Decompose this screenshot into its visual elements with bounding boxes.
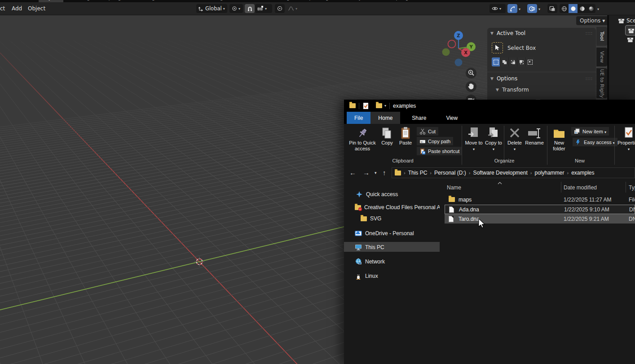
add-workspace-button[interactable]: + (413, 0, 425, 2)
xray-toggle[interactable] (547, 4, 557, 13)
forward-button[interactable]: → (363, 169, 370, 176)
show-gizmo-toggle[interactable] (507, 4, 517, 13)
recent-locations-chevron[interactable]: ▾ (375, 171, 377, 175)
workspace-tab-layout[interactable]: Layout (39, 0, 63, 2)
file-row-ada[interactable]: Ada.dna 1/22/2025 9:10 AM DNA File (445, 205, 635, 214)
copy-button[interactable]: Copy (379, 127, 395, 146)
active-tool-header[interactable]: ▼ Active Tool :::: (487, 28, 596, 38)
sidebar-item-onedrive[interactable]: OneDrive - Personal (355, 230, 440, 237)
tab-home[interactable]: Home (370, 112, 400, 124)
panel-grip-icon[interactable]: :::: (586, 76, 593, 81)
paste-button[interactable]: Paste (397, 127, 414, 146)
paste-shortcut-button[interactable]: Paste shortcut (417, 147, 462, 155)
paste-shortcut-icon (419, 148, 426, 154)
cut-button[interactable]: Cut (417, 127, 438, 136)
menu-object[interactable]: Object (28, 5, 45, 12)
qat-dropdown-chevron[interactable]: ▾ (384, 104, 386, 108)
select-mode-set[interactable] (492, 57, 500, 66)
select-mode-invert[interactable] (517, 57, 526, 66)
shading-rendered-button[interactable] (586, 4, 595, 13)
workspace-tab-shading[interactable]: Shading (199, 0, 227, 2)
sidebar-item-linux[interactable]: Linux (355, 272, 440, 280)
delete-button[interactable]: Delete▾ (506, 127, 524, 152)
object-visibility-dropdown[interactable]: ▾ (489, 4, 506, 13)
breadcrumb-personal-d[interactable]: Personal (D:) (434, 170, 466, 176)
file-row-taro[interactable]: Taro.dna 1/22/2025 9:21 AM DNA File (445, 214, 635, 224)
snap-toggle[interactable] (245, 4, 255, 13)
shading-wireframe-button[interactable] (560, 4, 569, 13)
workspace-tab-scripting[interactable]: Scripting (383, 0, 413, 2)
workspace-tab-uv-editing[interactable]: UV Editing (125, 0, 159, 2)
back-button[interactable]: ← (349, 169, 356, 176)
workspace-tab-sculpting[interactable]: Sculpting (94, 0, 125, 2)
workspace-tab-geometry-nodes[interactable]: Geometry Nodes (333, 0, 383, 2)
region-tab-tool[interactable]: Tool (596, 27, 607, 46)
sidebar-item-network[interactable]: Network (355, 258, 440, 265)
pivot-point-dropdown[interactable]: ▾ (229, 4, 243, 13)
pan-button[interactable] (466, 81, 476, 92)
workspace-tab-animation[interactable]: Animation (227, 0, 260, 2)
workspace-tab-texture-paint[interactable]: Texture Paint (159, 0, 199, 2)
easy-access-button[interactable]: Easy access ▾ (573, 138, 617, 146)
new-folder-quick-icon[interactable] (376, 103, 382, 108)
workspace-tab-compositing[interactable]: Compositing (294, 0, 333, 2)
select-mode-subtract[interactable] (509, 57, 517, 66)
pin-to-quick-access-button[interactable]: Pin to Quick access (348, 127, 377, 152)
sidebar-item-creative-cloud[interactable]: ∞ Creative Cloud Files Personal A (355, 204, 440, 211)
proportional-falloff-dropdown[interactable]: ▾ (286, 4, 301, 13)
file-row-maps[interactable]: maps 1/22/2025 11:27 AM File folder (445, 195, 635, 204)
gizmo-dropdown-chevron[interactable]: ▾ (519, 7, 520, 11)
copy-to-button[interactable]: Copy to ▾ (484, 127, 503, 152)
zoom-button[interactable] (466, 68, 476, 79)
new-folder-button[interactable]: Newfolder (549, 127, 569, 152)
column-header-name[interactable]: Name (447, 184, 461, 191)
breadcrumb-examples[interactable]: examples (571, 170, 594, 176)
sidebar-item-this-pc[interactable]: This PC (355, 244, 440, 251)
column-divider[interactable] (626, 182, 626, 193)
tab-share[interactable]: Share (404, 112, 434, 124)
panel-grip-icon[interactable]: :::: (586, 31, 593, 35)
menu-add[interactable]: Add (12, 5, 22, 12)
scene-collection-row[interactable]: Sce (618, 18, 635, 24)
navigation-gizmo[interactable]: Z Y X (438, 25, 487, 74)
collection-row-selected[interactable] (625, 25, 635, 35)
options-panel-header[interactable]: ▼ Options :::: (487, 73, 596, 83)
region-tab-ue-to-rigify[interactable]: UE to Rigify (596, 68, 607, 98)
shading-dropdown-chevron[interactable]: ▾ (597, 7, 599, 11)
column-header-date[interactable]: Date modified (564, 184, 597, 191)
proportional-editing-toggle[interactable] (275, 4, 285, 13)
sidebar-item-quick-access[interactable]: Quick access (356, 191, 440, 198)
properties-quick-icon[interactable] (362, 102, 369, 110)
breadcrumb-polyhammer[interactable]: polyhammer (534, 170, 564, 176)
up-button[interactable]: ↑ (383, 169, 386, 176)
rename-button[interactable]: Rename (524, 127, 545, 146)
workspace-tab-modeling[interactable]: Modeling (63, 0, 94, 2)
breadcrumb-software-development[interactable]: Software Development (473, 170, 527, 176)
properties-button[interactable]: Properties▾ (617, 127, 635, 152)
transform-subpanel-header[interactable]: ▼ Transform (487, 83, 596, 95)
move-to-button[interactable]: Move to ▾ (463, 127, 484, 152)
snap-with-dropdown[interactable]: ▾ (255, 4, 272, 13)
new-item-button[interactable]: New item ▾ (571, 127, 609, 136)
show-overlays-toggle[interactable] (527, 4, 537, 13)
shading-solid-button[interactable] (569, 4, 578, 13)
copy-path-button[interactable]: w.. Copy path (417, 137, 453, 145)
collection-row[interactable] (627, 36, 634, 44)
transform-orientation-dropdown[interactable]: Global ▾ (196, 4, 227, 13)
select-mode-extend[interactable] (500, 57, 509, 66)
overlays-dropdown-chevron[interactable]: ▾ (538, 7, 540, 11)
column-header-type[interactable]: Type (629, 184, 635, 191)
breadcrumb-this-pc[interactable]: This PC (408, 170, 428, 176)
column-divider[interactable] (561, 182, 561, 193)
viewport-options-button[interactable]: Options▾ (576, 16, 609, 25)
shading-material-button[interactable] (578, 4, 586, 13)
region-tab-view[interactable]: View (596, 48, 607, 66)
address-field[interactable]: › This PC › Personal (D:) › Software Dev… (392, 167, 635, 178)
sidebar-item-svg[interactable]: SVG (361, 215, 440, 222)
tab-view[interactable]: View (438, 112, 465, 124)
tab-file[interactable]: File (347, 112, 370, 124)
menu-select[interactable]: ct (0, 5, 5, 12)
workspace-tab-rendering[interactable]: Rendering (260, 0, 294, 2)
select-mode-intersect[interactable] (526, 57, 534, 66)
explorer-titlebar[interactable]: ▾ examples (344, 100, 635, 112)
